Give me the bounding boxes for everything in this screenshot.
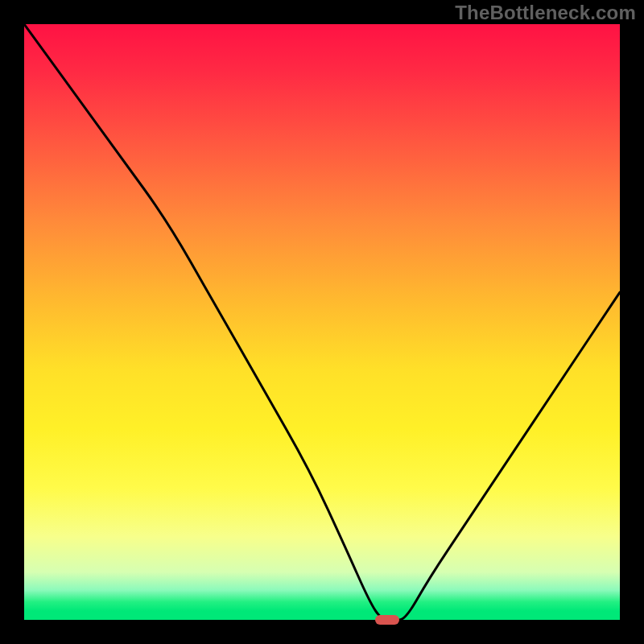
bottleneck-curve: [24, 24, 620, 620]
plot-area: [24, 24, 620, 620]
chart-frame: TheBottleneck.com: [0, 0, 644, 644]
watermark-text: TheBottleneck.com: [455, 2, 636, 24]
optimum-marker: [375, 615, 399, 625]
